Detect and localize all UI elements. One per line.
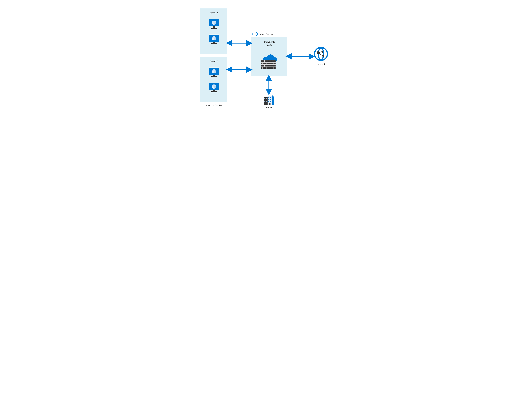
connectors [187, 0, 345, 118]
diagram-canvas: Spoke 1 Spoke 2 [187, 0, 345, 118]
